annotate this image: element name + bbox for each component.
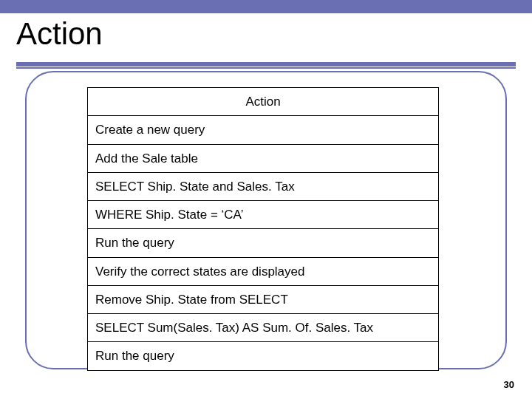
table-cell: Verify the correct states are displayed	[88, 257, 439, 285]
table-row: Run the query	[88, 229, 439, 257]
table-row: Add the Sale table	[88, 144, 439, 172]
slide-topbar	[0, 0, 532, 13]
table-cell: Create a new query	[88, 116, 439, 144]
table-row: SELECT Ship. State and Sales. Tax	[88, 172, 439, 200]
table-row: Remove Ship. State from SELECT	[88, 285, 439, 313]
divider	[16, 67, 516, 69]
slide-title: Action	[16, 16, 103, 52]
action-table: Action Create a new query Add the Sale t…	[87, 87, 439, 371]
table-row: WHERE Ship. State = ‘CA’	[88, 201, 439, 229]
table-cell: Add the Sale table	[88, 144, 439, 172]
table-cell: Run the query	[88, 342, 439, 370]
table-cell: Run the query	[88, 229, 439, 257]
table-row: Create a new query	[88, 116, 439, 144]
table-cell: WHERE Ship. State = ‘CA’	[88, 201, 439, 229]
table-row: Verify the correct states are displayed	[88, 257, 439, 285]
page-number: 30	[504, 379, 514, 390]
table-row: SELECT Sum(Sales. Tax) AS Sum. Of. Sales…	[88, 314, 439, 342]
table-row: Run the query	[88, 342, 439, 370]
table-header: Action	[88, 88, 439, 116]
table-cell: Remove Ship. State from SELECT	[88, 285, 439, 313]
table-cell: SELECT Ship. State and Sales. Tax	[88, 172, 439, 200]
divider	[16, 65, 516, 66]
table-cell: SELECT Sum(Sales. Tax) AS Sum. Of. Sales…	[88, 314, 439, 342]
